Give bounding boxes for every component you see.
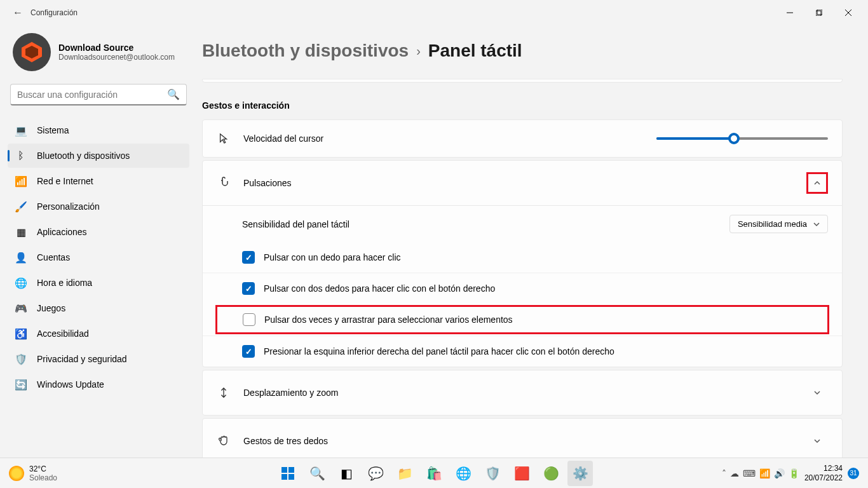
minimize-button[interactable] bbox=[775, 3, 804, 23]
cursor-speed-slider[interactable] bbox=[656, 137, 828, 140]
volume-icon[interactable]: 🔊 bbox=[774, 468, 785, 478]
svg-rect-9 bbox=[281, 474, 287, 480]
checkbox[interactable] bbox=[242, 345, 255, 358]
nav-item-8[interactable]: ♿Accesibilidad bbox=[8, 322, 189, 346]
nav-label: Juegos bbox=[37, 303, 65, 313]
nav-label: Sistema bbox=[37, 125, 69, 135]
sensitivity-dropdown[interactable]: Sensibilidad media bbox=[729, 215, 828, 233]
nav-label: Bluetooth y dispositivos bbox=[37, 151, 130, 161]
sidebar: Download Source Downloadsourcenet@outloo… bbox=[0, 25, 197, 458]
collapse-button[interactable] bbox=[806, 172, 828, 194]
nav-icon: ♿ bbox=[15, 328, 27, 339]
window-title: Configuración bbox=[31, 8, 78, 17]
nav-item-7[interactable]: 🎮Juegos bbox=[8, 296, 189, 320]
date: 20/07/2022 bbox=[804, 473, 843, 482]
svg-rect-2 bbox=[817, 10, 822, 15]
svg-rect-1 bbox=[816, 11, 821, 16]
edge-button[interactable]: 🌐 bbox=[451, 461, 476, 486]
taps-sub-area: Sensibilidad del panel táctil Sensibilid… bbox=[203, 205, 842, 367]
option-label: Pulsar dos veces y arrastrar para selecc… bbox=[264, 315, 802, 325]
sensitivity-value: Sensibilidad media bbox=[738, 219, 807, 229]
chrome-button[interactable]: 🟢 bbox=[538, 461, 564, 486]
nav-item-4[interactable]: ▦Aplicaciones bbox=[8, 220, 189, 244]
checkbox[interactable] bbox=[242, 251, 255, 264]
profile-block[interactable]: Download Source Downloadsourcenet@outloo… bbox=[8, 25, 189, 84]
nav-item-5[interactable]: 👤Cuentas bbox=[8, 245, 189, 269]
card-cursor-speed: Velocidad del cursor bbox=[202, 119, 843, 158]
nav-item-3[interactable]: 🖌️Personalización bbox=[8, 194, 189, 219]
weather-widget[interactable]: 32°C Soleado bbox=[9, 464, 57, 482]
system-tray[interactable]: ˄ ☁ ⌨ 📶 🔊 🔋 12:34 20/07/2022 31 bbox=[722, 464, 859, 482]
chevron-up-icon bbox=[813, 179, 821, 187]
nav-label: Red e Internet bbox=[37, 176, 93, 186]
chevron-up-icon[interactable]: ˄ bbox=[722, 468, 726, 478]
nav-label: Privacidad y seguridad bbox=[37, 354, 127, 364]
language-icon[interactable]: ⌨ bbox=[743, 468, 756, 478]
card-taps: Pulsaciones Sensibilidad del panel tácti… bbox=[202, 160, 843, 367]
nav-item-1[interactable]: ᛒBluetooth y dispositivos bbox=[8, 144, 189, 168]
explorer-button[interactable]: 📁 bbox=[392, 461, 417, 486]
search-box[interactable]: 🔍 bbox=[10, 84, 187, 105]
search-button[interactable]: 🔍 bbox=[304, 461, 330, 486]
wifi-icon[interactable]: 📶 bbox=[759, 468, 770, 478]
option-label: Pulsar con dos dedos para hacer clic con… bbox=[264, 283, 828, 294]
scroll-icon bbox=[217, 386, 231, 400]
nav-item-0[interactable]: 💻Sistema bbox=[8, 118, 189, 142]
titlebar: ← Configuración bbox=[0, 0, 868, 25]
nav-icon: 🖌️ bbox=[15, 201, 27, 212]
tap-option-1[interactable]: Pulsar con dos dedos para hacer clic con… bbox=[203, 273, 842, 304]
tap-option-0[interactable]: Pulsar con un dedo para hacer clic bbox=[203, 242, 842, 273]
card-scroll-zoom[interactable]: Desplazamiento y zoom bbox=[202, 370, 843, 416]
start-button[interactable] bbox=[275, 461, 301, 486]
nav-icon: 👤 bbox=[15, 252, 27, 263]
breadcrumb-parent[interactable]: Bluetooth y dispositivos bbox=[202, 41, 409, 61]
app-button[interactable]: 🟥 bbox=[509, 461, 534, 486]
back-button[interactable]: ← bbox=[5, 7, 31, 18]
chat-button[interactable]: 💬 bbox=[363, 461, 388, 486]
search-input[interactable] bbox=[17, 90, 167, 100]
three-finger-label: Gestos de tres dedos bbox=[243, 436, 794, 446]
time: 12:34 bbox=[804, 464, 843, 473]
card-three-finger[interactable]: Gestos de tres dedos bbox=[202, 418, 843, 458]
expand-button[interactable] bbox=[806, 382, 828, 403]
tap-option-3[interactable]: Presionar la esquina inferior derecha de… bbox=[203, 336, 842, 367]
nav-icon: 🌐 bbox=[15, 277, 27, 288]
taps-label: Pulsaciones bbox=[243, 178, 794, 188]
maximize-button[interactable] bbox=[804, 3, 834, 23]
nav-icon: 💻 bbox=[15, 125, 27, 136]
chevron-down-icon bbox=[813, 389, 821, 396]
onedrive-icon[interactable]: ☁ bbox=[730, 468, 739, 478]
nav-icon: 🎮 bbox=[15, 302, 27, 314]
checkbox[interactable] bbox=[242, 282, 255, 295]
notification-badge[interactable]: 31 bbox=[848, 468, 859, 479]
settings-button[interactable]: ⚙️ bbox=[567, 461, 593, 486]
nav-item-9[interactable]: 🛡️Privacidad y seguridad bbox=[8, 347, 189, 371]
security-button[interactable]: 🛡️ bbox=[480, 461, 505, 486]
checkbox[interactable] bbox=[243, 313, 255, 326]
tap-option-2[interactable]: Pulsar dos veces y arrastrar para selecc… bbox=[215, 305, 829, 334]
task-view-button[interactable]: ◧ bbox=[334, 461, 359, 486]
nav-item-10[interactable]: 🔄Windows Update bbox=[8, 372, 189, 396]
nav-item-2[interactable]: 📶Red e Internet bbox=[8, 169, 189, 193]
tray-icons[interactable]: ˄ ☁ ⌨ 📶 🔊 🔋 bbox=[722, 468, 799, 478]
sensitivity-row: Sensibilidad del panel táctil Sensibilid… bbox=[203, 206, 842, 242]
store-button[interactable]: 🛍️ bbox=[421, 461, 447, 486]
weather-temp: 32°C bbox=[29, 464, 57, 473]
svg-rect-8 bbox=[288, 467, 294, 473]
tap-icon bbox=[217, 176, 231, 190]
expand-button[interactable] bbox=[806, 430, 828, 452]
profile-email: Downloadsourcenet@outlook.com bbox=[58, 53, 175, 62]
battery-icon[interactable]: 🔋 bbox=[789, 468, 799, 478]
close-button[interactable] bbox=[834, 3, 863, 23]
sensitivity-label: Sensibilidad del panel táctil bbox=[242, 219, 721, 229]
breadcrumb: Bluetooth y dispositivos › Panel táctil bbox=[202, 41, 843, 61]
clock[interactable]: 12:34 20/07/2022 bbox=[804, 464, 843, 482]
nav-icon: ᛒ bbox=[15, 150, 27, 161]
weather-cond: Soleado bbox=[29, 473, 57, 482]
svg-rect-7 bbox=[281, 467, 287, 473]
hand-icon bbox=[217, 434, 231, 448]
nav-item-6[interactable]: 🌐Hora e idioma bbox=[8, 271, 189, 295]
chevron-down-icon bbox=[813, 221, 820, 227]
option-label: Presionar la esquina inferior derecha de… bbox=[264, 346, 828, 356]
nav-icon: 📶 bbox=[15, 175, 27, 187]
